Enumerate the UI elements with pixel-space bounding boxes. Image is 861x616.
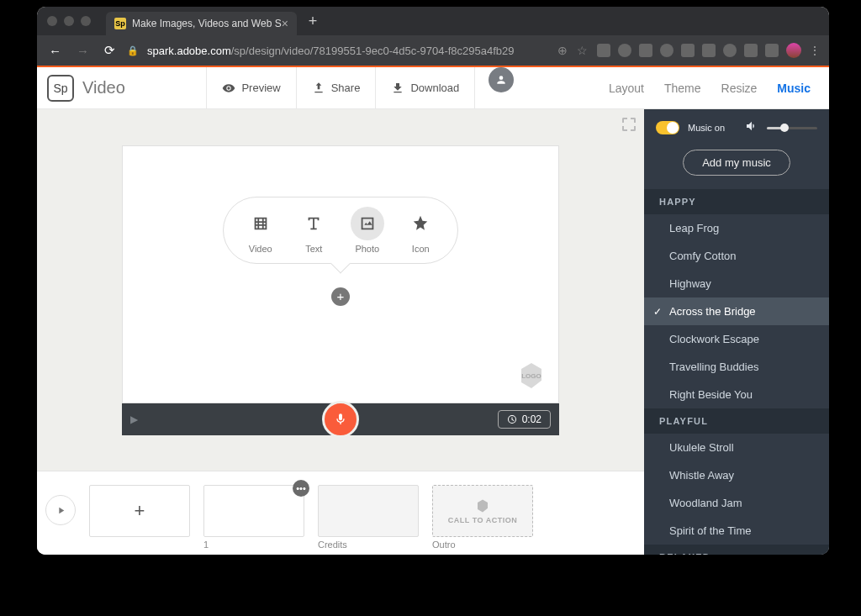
- music-track-item[interactable]: Woodland Jam: [644, 489, 829, 517]
- music-track-item[interactable]: Right Beside You: [644, 381, 829, 408]
- music-category-header: HAPPY: [644, 189, 829, 214]
- duration-value: 0:02: [522, 413, 541, 425]
- hexagon-icon: [475, 498, 490, 513]
- tab-title: Make Images, Videos and Web S: [132, 18, 282, 29]
- url-text[interactable]: spark.adobe.com/sp/design/video/78199551…: [147, 45, 515, 57]
- star-icon: [411, 214, 430, 233]
- back-button[interactable]: ←: [45, 44, 65, 58]
- slide-menu-button[interactable]: •••: [293, 480, 309, 497]
- music-toggle[interactable]: [656, 121, 679, 134]
- music-toggle-label: Music on: [688, 123, 725, 133]
- microphone-icon: [334, 413, 347, 426]
- current-slide[interactable]: Video Text Photo: [122, 145, 559, 403]
- tab-close-icon[interactable]: ×: [282, 17, 288, 30]
- download-icon: [391, 82, 404, 95]
- slide-index: 1: [203, 540, 304, 550]
- credits-label: Credits: [318, 540, 419, 550]
- logo-placeholder[interactable]: LOGO: [516, 361, 547, 391]
- reload-button[interactable]: ⟳: [101, 43, 119, 58]
- extension-icon[interactable]: [765, 44, 779, 57]
- lock-icon: 🔒: [127, 45, 139, 56]
- tab-bar: Sp Make Images, Videos and Web S × +: [37, 7, 829, 35]
- music-track-item[interactable]: Spirit of the Time: [644, 517, 829, 545]
- extension-icon[interactable]: [660, 44, 673, 57]
- share-button[interactable]: Share: [296, 67, 376, 108]
- music-track-item[interactable]: Highway: [644, 270, 829, 297]
- extension-icon[interactable]: [618, 44, 631, 57]
- content-type-picker: Video Text Photo: [223, 197, 458, 264]
- share-icon: [312, 82, 325, 95]
- browser-tab[interactable]: Sp Make Images, Videos and Web S ×: [106, 12, 297, 35]
- bookmark-icon[interactable]: ☆: [577, 44, 588, 57]
- extension-icon[interactable]: [702, 44, 716, 57]
- music-panel: Music on Add my music HAPPYLeap FrogComf…: [644, 109, 829, 555]
- timeline-outro[interactable]: CALL TO ACTION: [432, 485, 533, 537]
- music-track-item[interactable]: Whistle Away: [644, 461, 829, 489]
- film-icon: [251, 214, 270, 233]
- clock-icon: [507, 414, 517, 424]
- app-bar: Sp Video Preview Share Download Layout T…: [37, 67, 829, 109]
- tab-layout[interactable]: Layout: [609, 82, 644, 95]
- preview-button[interactable]: Preview: [206, 67, 295, 108]
- music-category-header: PLAYFUL: [644, 408, 829, 434]
- extension-icon[interactable]: [744, 44, 758, 57]
- user-icon: [495, 74, 507, 86]
- volume-icon[interactable]: [745, 119, 758, 136]
- picker-option-text[interactable]: Text: [297, 207, 330, 254]
- add-content-button[interactable]: +: [331, 287, 350, 306]
- picker-option-icon[interactable]: Icon: [404, 207, 437, 254]
- tab-theme[interactable]: Theme: [664, 82, 701, 95]
- music-track-item[interactable]: Leap Frog: [644, 214, 829, 242]
- download-button[interactable]: Download: [375, 67, 475, 108]
- picker-option-video[interactable]: Video: [244, 207, 277, 254]
- extension-icon[interactable]: [681, 44, 695, 57]
- music-track-item[interactable]: Across the Bridge: [644, 297, 829, 325]
- profile-avatar[interactable]: [786, 43, 801, 58]
- music-track-item[interactable]: Ukulele Stroll: [644, 434, 829, 461]
- music-track-item[interactable]: Comfy Cotton: [644, 242, 829, 270]
- duration-pill[interactable]: 0:02: [498, 410, 551, 429]
- extension-icon[interactable]: [723, 44, 737, 57]
- new-tab-button[interactable]: +: [309, 13, 318, 30]
- music-track-item[interactable]: Clockwork Escape: [644, 325, 829, 353]
- timeline: + ••• 1 Credits CALL TO ACTION: [37, 471, 644, 555]
- play-icon: [55, 505, 66, 516]
- record-voiceover-button[interactable]: [322, 401, 359, 438]
- extension-icon[interactable]: [597, 44, 610, 57]
- play-all-button[interactable]: [45, 495, 76, 525]
- eye-icon: [222, 82, 235, 95]
- forward-button[interactable]: →: [73, 44, 92, 58]
- user-menu[interactable]: [489, 67, 514, 92]
- video-canvas: Video Text Photo: [122, 145, 559, 435]
- text-icon: [304, 214, 323, 233]
- crop-icon[interactable]: [622, 118, 636, 131]
- extensions: ⋮: [597, 43, 821, 58]
- play-slide-button[interactable]: ▶: [130, 413, 138, 425]
- add-slide-button[interactable]: +: [89, 485, 190, 537]
- extension-icon[interactable]: [639, 44, 652, 57]
- window-controls[interactable]: [47, 16, 91, 26]
- tab-music[interactable]: Music: [777, 82, 811, 95]
- app-title: Video: [82, 78, 125, 97]
- music-track-item[interactable]: Travelling Buddies: [644, 353, 829, 381]
- url-bar: ← → ⟳ 🔒 spark.adobe.com/sp/design/video/…: [37, 35, 829, 66]
- picker-option-photo[interactable]: Photo: [351, 207, 384, 254]
- favicon: Sp: [114, 18, 126, 29]
- editor-area: Video Text Photo: [37, 109, 644, 555]
- photo-icon: [358, 214, 377, 233]
- install-icon[interactable]: ⊕: [557, 44, 568, 57]
- spark-logo[interactable]: Sp: [47, 75, 74, 102]
- tab-resize[interactable]: Resize: [721, 82, 758, 95]
- volume-slider[interactable]: [767, 127, 817, 129]
- add-my-music-button[interactable]: Add my music: [683, 150, 790, 176]
- outro-label: Outro: [432, 540, 533, 550]
- slide-control-bar: ▶ 0:02: [122, 403, 559, 435]
- timeline-credits[interactable]: [318, 485, 419, 537]
- browser-window: Sp Make Images, Videos and Web S × + ← →…: [37, 7, 829, 555]
- timeline-slide-1[interactable]: •••: [203, 485, 304, 537]
- music-category-header: RELAXED: [644, 545, 829, 555]
- music-track-list[interactable]: HAPPYLeap FrogComfy CottonHighwayAcross …: [644, 189, 829, 555]
- menu-icon[interactable]: ⋮: [809, 44, 821, 57]
